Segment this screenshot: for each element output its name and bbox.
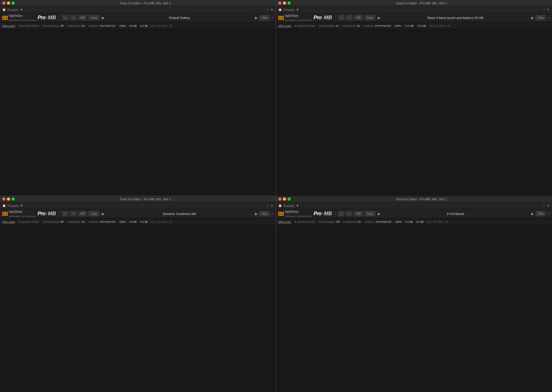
ab-button-1[interactable]: A/B [78, 15, 87, 20]
undo-button-3[interactable]: ↩ [62, 211, 68, 216]
prev-preset-arrow-1[interactable]: ◀ [101, 16, 103, 20]
copy-button-1[interactable]: Copy [89, 15, 99, 20]
next-preset-4[interactable]: ▶ [531, 212, 534, 216]
title-bar-3: Track Fx Editor - Pro-MB: Mix, Slot 1 [0, 196, 276, 202]
close-button-2[interactable] [278, 1, 281, 5]
preset-dropdown-1[interactable]: ▾ [21, 8, 265, 11]
resize-icon-1[interactable]: ⤢ [267, 8, 269, 11]
close-icon-1[interactable]: ✕ [271, 8, 273, 12]
preset-dropdown-3[interactable]: ▾ [21, 204, 265, 207]
maximize-button-3[interactable] [12, 197, 15, 201]
next-preset-3[interactable]: ▶ [255, 212, 258, 216]
window-title-4: Track Fx Editor - Pro-MB: Mix, Slot 1 [293, 197, 550, 201]
plugin-window-2: Track Fx Editor - Pro-MB: Mix, Slot 1 ⏰ … [276, 0, 552, 196]
midi-learn-link-3[interactable]: MIDI Learn [2, 220, 15, 223]
output-l-1: 0.0 dB [129, 24, 137, 27]
minimize-button-1[interactable] [7, 1, 10, 5]
title-bar-2: Track Fx Editor - Pro-MB: Mix, Slot 1 [276, 0, 552, 6]
ab-button-2[interactable]: A/B [354, 15, 363, 20]
prev-preset-arrow-2[interactable]: ◀ [377, 16, 379, 20]
midi-learn-link-4[interactable]: MIDI Learn [278, 220, 291, 223]
preset-dropdown-4[interactable]: ▾ [297, 204, 541, 207]
undo-button-4[interactable]: ↩ [338, 211, 344, 216]
main-toolbar-1: fabfiltersoftware instruments Pro · MB ↩… [0, 13, 276, 22]
current-preset-2: Basic 4-band punch and balance 02 bM [381, 16, 530, 20]
fab-text-1: fabfiltersoftware instruments [9, 14, 36, 22]
presets-label-2: Presets: [283, 8, 295, 11]
next-preset-arrow-2[interactable]: ▶ [531, 16, 534, 20]
midi-learn-link-2[interactable]: MIDI Learn [278, 24, 291, 27]
close-icon-4[interactable]: ✕ [547, 204, 550, 208]
resize-icon-2[interactable]: ⤢ [543, 8, 545, 11]
fab-grid-icon-1 [2, 16, 8, 20]
dynamic-phase-indicator-1: ● [19, 24, 20, 27]
main-toolbar-3: fabfiltersoftware instruments Pro · MB ↩… [0, 209, 276, 218]
redo-button-2[interactable]: ↪ [346, 15, 352, 20]
plugin-window-3: Track Fx Editor - Pro-MB: Mix, Slot 1 ⏰ … [0, 196, 276, 392]
zoom-level-1: 100% [119, 24, 126, 27]
preset-bar-3: ⏰ Presets: ▾ ⤢ ✕ [0, 202, 276, 209]
redo-button-4[interactable]: ↪ [346, 211, 352, 216]
status-bar-2: MIDI Learn ● Dynamic Phase Oversampling:… [276, 22, 552, 29]
fab-logo-3: fabfiltersoftware instruments [2, 210, 36, 218]
presets-label-1: Presets: [7, 8, 19, 11]
close-icon-2[interactable]: ✕ [547, 8, 550, 12]
prev-preset-4[interactable]: ◀ [377, 212, 379, 216]
redo-button-1[interactable]: ↪ [70, 15, 76, 20]
midi-learn-link-1[interactable]: MIDI Learn [2, 24, 15, 27]
close-button-1[interactable] [2, 1, 5, 5]
prev-preset-3[interactable]: ◀ [101, 212, 103, 216]
help-button-1[interactable]: Help [259, 15, 269, 20]
status-bar-1: MIDI Learn ● Dynamic Phase Oversampling:… [0, 22, 276, 29]
io-status-1: In: L, R | Out: L, R [151, 24, 172, 27]
close-icon-3[interactable]: ✕ [271, 204, 273, 208]
main-toolbar-4: fabfiltersoftware instruments Pro · MB ↩… [276, 209, 552, 218]
resize-icon-4[interactable]: ⤢ [543, 204, 545, 207]
copy-button-2[interactable]: Copy [365, 15, 375, 20]
expand-icon-2[interactable]: ⤢ [547, 16, 550, 19]
minimize-button-2[interactable] [283, 1, 286, 5]
copy-button-3[interactable]: Copy [89, 211, 99, 216]
undo-button-1[interactable]: ↩ [62, 15, 68, 20]
lookahead-status-1: Lookahead: On [67, 24, 85, 27]
next-preset-arrow-1[interactable]: ▶ [255, 16, 258, 20]
title-bar-1: Track Fx Editor - Pro-MB: Mix, Slot 1 [0, 0, 276, 6]
close-button-3[interactable] [2, 197, 5, 201]
plugin-window-4: Track Fx Editor - Pro-MB: Mix, Slot 1 ⏰ … [276, 196, 552, 392]
oversampling-status-1: Oversampling: Off [43, 24, 64, 27]
minimize-button-4[interactable] [283, 197, 286, 201]
maximize-button-4[interactable] [288, 197, 291, 201]
pro-mb-logo-2: Pro · MB [314, 15, 332, 21]
maximize-button-1[interactable] [12, 1, 15, 5]
status-bar-3: MIDI Learn ● Dynamic Phase Oversampling:… [0, 218, 276, 225]
main-toolbar-2: fabfiltersoftware instruments Pro · MB ↩… [276, 13, 552, 22]
ab-button-3[interactable]: A/B [78, 211, 87, 216]
expand-icon-1[interactable]: ⤢ [271, 16, 273, 19]
clock-icon-3: ⏰ [2, 204, 6, 207]
pro-mb-logo-1: Pro · MB [38, 15, 56, 21]
divider-2 [335, 15, 335, 21]
resize-icon-3[interactable]: ⤢ [267, 204, 269, 207]
output-r-1: 0.0 dB [140, 24, 148, 27]
ab-button-4[interactable]: A/B [354, 211, 363, 216]
minimize-button-3[interactable] [7, 197, 10, 201]
maximize-button-2[interactable] [288, 1, 291, 5]
undo-button-2[interactable]: ↩ [338, 15, 344, 20]
clock-icon-1: ⏰ [2, 8, 6, 11]
preset-dropdown-2[interactable]: ▾ [297, 8, 541, 11]
status-bar-4: MIDI Learn ● Dynamic Phase Oversampling:… [276, 218, 552, 225]
current-preset-3: Dynamic Goodness bM [105, 212, 253, 216]
window-title-3: Track Fx Editor - Pro-MB: Mix, Slot 1 [17, 197, 273, 201]
divider-1 [59, 15, 59, 21]
copy-button-4[interactable]: Copy [365, 211, 375, 216]
title-bar-4: Track Fx Editor - Pro-MB: Mix, Slot 1 [276, 196, 552, 202]
help-button-3[interactable]: Help [259, 211, 269, 216]
preset-bar-4: ⏰ Presets: ▾ ⤢ ✕ [276, 202, 552, 209]
close-button-4[interactable] [278, 197, 281, 201]
clock-icon-4: ⏰ [278, 204, 282, 207]
presets-label-3: Presets: [7, 204, 19, 207]
redo-button-3[interactable]: ↪ [70, 211, 76, 216]
help-button-4[interactable]: Help [536, 211, 546, 216]
preset-bar-2: ⏰ Presets: ▾ ⤢ ✕ [276, 6, 552, 13]
help-button-2[interactable]: Help [536, 15, 546, 20]
